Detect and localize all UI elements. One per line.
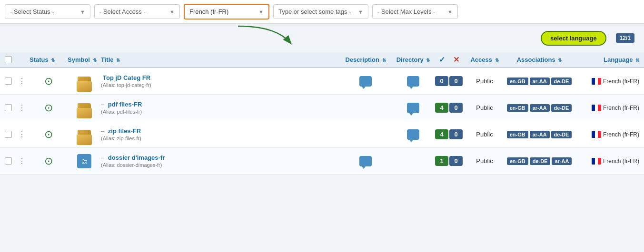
row-order-handle[interactable]: ⋮ [18,130,30,139]
maxlevels-dropdown[interactable]: - Select Max Levels - ▼ [372,4,458,19]
row-access: Public [463,78,506,85]
assoc-tag: de-DE [551,78,572,85]
row-title-cell: – zip files-FR (Alias: zip-files-fr) [101,127,339,141]
table-header: Status ⇅ Symbol ⇅ Title ⇅ Description ⇅ … [0,52,644,68]
page-badge: 12/1 [616,33,634,43]
flag-fr-icon [592,131,601,138]
published-icon: ⊙ [44,128,53,141]
row-order-handle[interactable]: ⋮ [18,156,30,165]
row-description[interactable] [339,76,392,87]
title-alias: (Alias: pdf-files-fr) [101,109,339,115]
row-access: Public [463,131,506,138]
row-check-count: 4 [435,103,449,113]
row-status[interactable]: ⊙ [30,155,68,167]
title-link[interactable]: dossier d'images-fr [108,154,165,161]
header-checkbox[interactable] [5,56,18,63]
row-access: Public [463,104,506,111]
row-language: French (fr-FR) [573,131,639,138]
check-badge: 0 [435,76,448,86]
row-directory[interactable] [392,129,435,140]
assoc-tag: de-DE [551,104,572,112]
table-row: ⋮ ⊙ 🗂 – dossier d'images-fr (Alias: doss… [0,148,644,174]
row-checkbox[interactable] [5,78,18,85]
header-access[interactable]: Access ⇅ [463,56,506,63]
row-language: French (fr-FR) [573,78,639,85]
row-description[interactable] [339,156,392,166]
check-badge: 4 [435,129,448,139]
assoc-tag: en-GB [507,131,528,138]
header-title[interactable]: Title ⇅ [101,56,339,63]
language-dropdown[interactable]: French (fr-FR) ▼ [184,4,269,19]
row-checkbox[interactable] [5,131,18,138]
header-directory[interactable]: Directory ⇅ [392,56,435,63]
row-checkbox[interactable] [5,157,18,165]
assoc-tag: ar-AA [552,157,572,165]
header-symbol[interactable]: Symbol ⇅ [68,56,101,63]
row-directory[interactable] [392,76,435,87]
row-access: Public [463,157,506,165]
row-title-cell: – pdf files-FR (Alias: pdf-files-fr) [101,101,339,115]
header-status[interactable]: Status ⇅ [30,56,68,63]
table-row: ⋮ ⊙ Top jD Categ FR (Alias: top-jd-categ… [0,68,644,95]
row-order-handle[interactable]: ⋮ [18,77,30,86]
table-row: ⋮ ⊙ – zip files-FR (Alias: zip-files-fr)… [0,121,644,148]
directory-icon[interactable] [407,76,419,87]
row-title-cell: Top jD Categ FR (Alias: top-jd-categ-fr) [101,74,339,88]
title-alias: (Alias: zip-files-fr) [101,136,339,141]
header-cross: ✕ [449,55,463,64]
description-icon[interactable] [359,156,372,166]
language-chevron-icon: ▼ [258,9,264,15]
table-body: ⋮ ⊙ Top jD Categ FR (Alias: top-jd-categ… [0,68,644,174]
status-dropdown[interactable]: - Select Status - ▼ [5,4,90,19]
description-icon[interactable] [359,76,372,87]
title-link[interactable]: Top jD Categ FR [103,74,150,81]
assoc-tag: ar-AA [530,131,550,138]
row-cross-count: 0 [449,156,463,166]
header-description[interactable]: Description ⇅ [339,56,392,63]
row-status[interactable]: ⊙ [30,75,68,87]
lang-sort-icon: ⇅ [635,58,639,63]
row-symbol [68,77,101,86]
row-status[interactable]: ⊙ [30,102,68,114]
title-indent: – [101,127,104,135]
row-order-handle[interactable]: ⋮ [18,103,30,112]
check-header-icon: ✓ [439,56,445,64]
row-symbol [68,103,101,113]
row-directory[interactable] [392,103,435,113]
language-text: French (fr-FR) [603,158,639,165]
cross-badge: 0 [449,103,463,113]
row-language: French (fr-FR) [573,105,639,111]
row-language: French (fr-FR) [573,158,639,165]
directory-icon[interactable] [407,129,419,140]
check-badge: 4 [435,103,448,113]
arrow-svg [181,24,324,51]
published-icon: ⊙ [44,155,53,167]
title-link[interactable]: pdf files-FR [108,101,142,108]
title-link[interactable]: zip files-FR [108,127,141,135]
tags-label: Type or select some tags - [278,8,351,15]
header-associations[interactable]: Associations ⇅ [506,56,573,63]
status-chevron-icon: ▼ [80,9,85,15]
desc-sort-icon: ⇅ [382,58,386,63]
assoc-tag: en-GB [507,157,528,165]
directory-icon[interactable] [407,103,419,113]
row-checkbox[interactable] [5,104,18,111]
tags-dropdown[interactable]: Type or select some tags - ▼ [273,4,368,19]
row-check-count: 0 [435,76,449,86]
published-icon: ⊙ [44,102,53,114]
row-status[interactable]: ⊙ [30,128,68,141]
access-dropdown[interactable]: - Select Access - ▼ [94,4,180,19]
dir-sort-icon: ⇅ [426,58,430,63]
assoc-tag: ar-AA [530,78,550,85]
flag-fr-icon [592,158,601,165]
tags-chevron-icon: ▼ [358,9,363,15]
assoc-tag: de-DE [530,157,551,165]
access-sort-icon: ⇅ [495,58,499,63]
title-indent: – [101,101,104,108]
table-row: ⋮ ⊙ – pdf files-FR (Alias: pdf-files-fr)… [0,95,644,121]
header-language[interactable]: Language ⇅ [573,56,639,63]
title-indent: – [101,154,104,161]
row-cross-count: 0 [449,129,463,139]
row-check-count: 1 [435,156,449,166]
symbol-sort-icon: ⇅ [93,58,97,63]
